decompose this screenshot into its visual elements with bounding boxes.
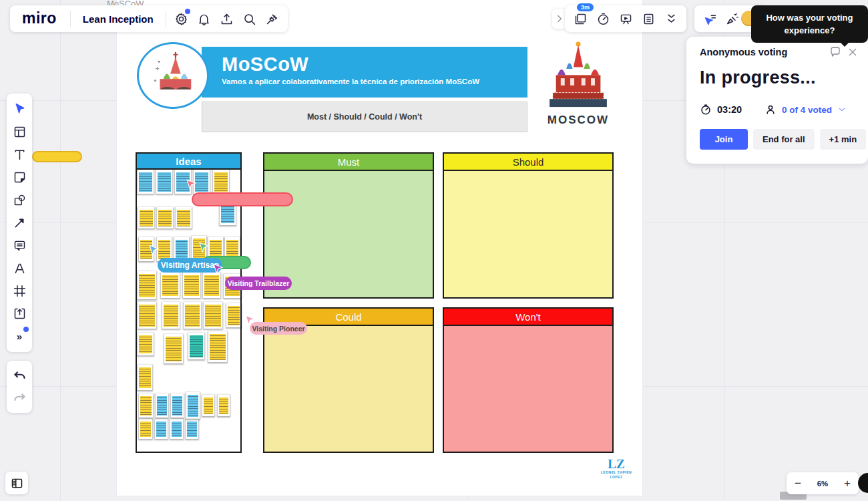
cursor-icon: [13, 102, 27, 116]
board-title[interactable]: Lean Inception: [75, 13, 162, 25]
sticky-note[interactable]: [138, 418, 153, 440]
sticky-note[interactable]: [185, 418, 199, 440]
undo-button[interactable]: [9, 365, 30, 387]
sidebar-toggle-button[interactable]: [5, 472, 28, 494]
notes-button[interactable]: [637, 7, 660, 31]
should-quadrant[interactable]: Should: [443, 152, 614, 299]
sticky-note[interactable]: [212, 169, 230, 194]
stopwatch-icon: [700, 104, 712, 116]
help-button[interactable]: [858, 473, 868, 493]
zoom-out-button[interactable]: −: [795, 478, 801, 489]
laser-pointer-icon: [703, 12, 717, 26]
sticky-note[interactable]: [183, 301, 202, 329]
redo-button[interactable]: [9, 387, 30, 409]
sticky-note[interactable]: [208, 331, 228, 363]
cathedral-circle-image[interactable]: [137, 42, 209, 109]
comment-tool-button[interactable]: [9, 234, 30, 257]
timer-button[interactable]: [592, 7, 614, 31]
sticky-note[interactable]: [137, 332, 154, 356]
voting-timer: 03:20: [717, 104, 742, 115]
arrow-icon: [13, 216, 27, 230]
extend-time-button[interactable]: +1 min: [820, 129, 867, 150]
settings-button[interactable]: [170, 7, 193, 31]
sticky-note[interactable]: [138, 206, 155, 229]
moscow-banner[interactable]: MoSCoW Vamos a aplicar colaborativamente…: [202, 47, 527, 98]
credit-name-line2: LOPEZ: [596, 475, 636, 480]
sticky-note[interactable]: [156, 206, 174, 229]
presentation-button[interactable]: [614, 7, 637, 31]
sticky-note[interactable]: [175, 206, 192, 229]
notification-dot: [185, 9, 190, 14]
export-button[interactable]: [216, 7, 238, 31]
frame-icon: [13, 284, 27, 298]
sticky-note[interactable]: [170, 393, 184, 418]
sticky-note[interactable]: [203, 301, 223, 329]
stopwatch-icon: [596, 12, 610, 26]
end-for-all-button[interactable]: End for all: [753, 129, 815, 150]
voted-count[interactable]: 0 of 4 voted: [782, 105, 832, 115]
disconnect-button[interactable]: [261, 7, 284, 31]
user-cursor-icon: [212, 263, 224, 275]
comment-icon: [13, 238, 27, 253]
sticky-note[interactable]: [160, 272, 180, 299]
sticky-note[interactable]: [202, 272, 221, 299]
notifications-button[interactable]: [193, 7, 216, 31]
sticky-note[interactable]: [137, 364, 153, 391]
sticky-note-icon: [13, 170, 27, 184]
sticky-note[interactable]: [137, 271, 157, 300]
frame-tool-button[interactable]: [9, 280, 30, 302]
sticky-note[interactable]: [155, 393, 169, 418]
creation-toolbar: »: [7, 94, 32, 352]
text-tool-button[interactable]: [9, 144, 30, 166]
sticky-note[interactable]: [202, 394, 215, 417]
upload-tool-button[interactable]: [9, 303, 30, 325]
grid-line: [60, 0, 61, 501]
laser-pointer-button[interactable]: [698, 7, 721, 31]
sticky-note[interactable]: [186, 391, 200, 420]
miro-logo[interactable]: miro: [14, 9, 66, 29]
sticky-note[interactable]: [182, 272, 201, 299]
close-panel-button[interactable]: [847, 46, 859, 61]
layout-panel-icon: [10, 476, 24, 490]
cursor-label-pill[interactable]: [192, 192, 293, 206]
moscow-order-bar[interactable]: Most / Should / Could / Won't: [202, 102, 527, 132]
document-icon: [642, 12, 656, 26]
sticky-note[interactable]: [226, 303, 242, 328]
templates-tool-button[interactable]: [9, 121, 30, 143]
voting-panel-title: Anonymous voting: [700, 47, 787, 57]
wont-quadrant[interactable]: Won't: [443, 307, 614, 453]
select-tool-button[interactable]: [9, 98, 30, 120]
cursor-label-pill[interactable]: [32, 151, 82, 162]
frames-timer-button[interactable]: 3m: [569, 7, 592, 31]
shapes-tool-button[interactable]: [9, 189, 30, 211]
moscow-image[interactable]: MOSCOW: [544, 40, 612, 132]
connector-tool-button[interactable]: [9, 212, 30, 234]
sticky-note[interactable]: [137, 169, 154, 194]
more-tools-sidebar-button[interactable]: »: [9, 325, 30, 347]
sticky-note[interactable]: [162, 301, 180, 329]
feedback-button[interactable]: [829, 46, 841, 61]
sticky-note[interactable]: [170, 418, 184, 440]
sticky-note[interactable]: [137, 301, 157, 329]
sticky-note[interactable]: [217, 394, 230, 417]
search-button[interactable]: [238, 7, 261, 31]
join-button[interactable]: Join: [700, 129, 748, 150]
more-tools-button[interactable]: [660, 7, 682, 31]
zoom-level[interactable]: 6%: [817, 480, 829, 488]
celebrate-button[interactable]: [721, 7, 744, 31]
must-quadrant[interactable]: Must: [263, 152, 434, 299]
confetti-icon: [726, 12, 740, 26]
upload-box-icon: [13, 307, 27, 321]
chevron-down-icon[interactable]: [837, 105, 847, 114]
author-credit: LZ LEONEL ZAPIEN LOPEZ: [596, 458, 636, 480]
sticky-note[interactable]: [138, 393, 154, 418]
sticky-note[interactable]: [164, 333, 184, 364]
sticky-note-tool-button[interactable]: [9, 166, 30, 188]
sticky-note[interactable]: [154, 418, 168, 440]
pen-tool-button[interactable]: [9, 257, 30, 279]
must-header: Must: [264, 154, 433, 171]
sticky-note[interactable]: [156, 169, 173, 194]
text-icon: [13, 148, 27, 162]
zoom-in-button[interactable]: +: [844, 478, 851, 489]
sticky-note[interactable]: [188, 332, 205, 360]
